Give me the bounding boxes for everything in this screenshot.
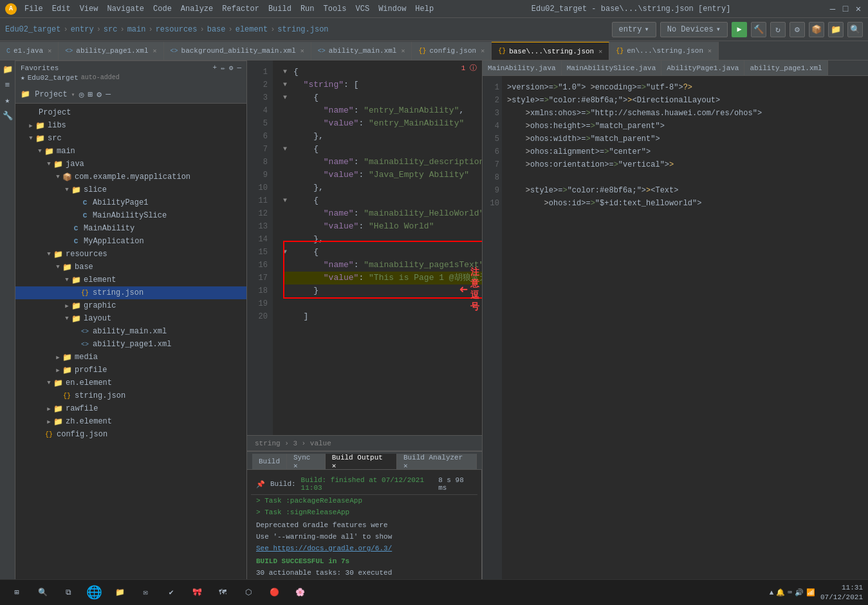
tray-icon4[interactable]: 🔊 [795,588,804,597]
taskview-button[interactable]: ⧉ [57,581,80,604]
project-icon[interactable]: 📁 [1,63,14,76]
tree-item-3[interactable]: ▼📁main [15,145,246,158]
close-button[interactable]: ✕ [854,5,863,14]
menu-item-file[interactable]: File [24,5,43,14]
code-line-18[interactable]: } [283,284,482,297]
breadcrumb-item-Edu02_target[interactable]: Edu02_target [5,25,60,34]
tree-arrow-15[interactable]: ▶ [63,302,71,310]
code-line-16[interactable]: "name": "mainability_page1sText", [283,259,482,272]
sync-icon-button[interactable]: ↻ [770,22,786,37]
minimize-button[interactable]: — [828,5,837,14]
favorites-add-icon[interactable]: + [213,64,217,72]
panel-settings-icon[interactable]: ⚙ [97,89,102,100]
tree-item-15[interactable]: ▶📁graphic [15,299,246,312]
editor-tab-3[interactable]: <>ability_main.xml✕ [311,42,412,60]
tasks-icon[interactable]: ✔ [160,581,183,604]
tray-icon3[interactable]: ⌨ [788,588,792,597]
tree-item-0[interactable]: Project [15,106,246,119]
menu-item-vcs[interactable]: VCS [356,5,370,14]
tree-arrow-11[interactable]: ▼ [45,251,53,257]
tab-close-5[interactable]: ✕ [598,48,602,55]
editor-tab-6[interactable]: {}en\...\string.json✕ [609,42,719,60]
tray-icon5[interactable]: 📶 [806,588,815,597]
tray-icon1[interactable]: ▲ [770,589,774,597]
menu-item-refactor[interactable]: Refactor [222,5,259,14]
bottom-tab-1[interactable]: Sync ✕ [287,454,326,469]
code-line-4[interactable]: "name": "entry_MainAbility", [283,104,482,117]
tab-close-6[interactable]: ✕ [708,47,712,55]
tree-arrow-21[interactable]: ▼ [45,380,53,386]
code-editor[interactable]: 1234567891011121314151617181920 ▼{▼ "str… [247,60,482,435]
tab-close-2[interactable]: ✕ [300,47,304,55]
menu-bar[interactable]: FileEditViewNavigateCodeAnalyzeRefactorB… [24,5,434,14]
tree-item-18[interactable]: <>ability_page1.xml [15,338,246,351]
tree-item-12[interactable]: ▼📁base [15,261,246,274]
build-icon-button[interactable]: 🔨 [751,22,766,37]
tree-arrow-19[interactable]: ▶ [54,354,62,361]
run-config-dropdown[interactable]: entry ▾ [612,22,656,37]
tree-item-1[interactable]: ▶📁libs [15,119,246,132]
fold-arrow-7[interactable]: ▼ [283,143,293,156]
menu-item-navigate[interactable]: Navigate [107,5,144,14]
code-content[interactable]: ▼{▼ "string": [▼ { "name": "entry_MainAb… [273,60,482,435]
code-line-13[interactable]: "value": "Hello World" [283,220,482,233]
tree-item-16[interactable]: ▼📁layout [15,312,246,325]
panel-toggle[interactable]: ▾ [71,91,75,98]
code-line-8[interactable]: "name": "mainability_description", [283,156,482,169]
code-line-14[interactable]: }, [283,233,482,246]
tree-item-4[interactable]: ▼📁java [15,158,246,171]
tree-item-8[interactable]: CMainAbilitySlice [15,209,246,222]
build-variants-icon[interactable]: 🔧 [1,109,14,122]
code-line-10[interactable]: }, [283,182,482,194]
code-line-3[interactable]: ▼ { [283,91,482,104]
tree-item-24[interactable]: ▶📁zh.element [15,415,246,428]
code-line-15[interactable]: ▼ { [283,246,482,259]
breadcrumb-item-entry[interactable]: entry [71,25,94,34]
menu-item-run[interactable]: Run [300,5,315,14]
tree-item-20[interactable]: ▶📁profile [15,364,246,377]
menu-item-tools[interactable]: Tools [324,5,347,14]
xml-tab-3[interactable]: ability_page1.xml [744,60,827,76]
editor-tab-4[interactable]: {}config.json✕ [412,42,492,60]
tree-arrow-6[interactable]: ▼ [63,187,71,193]
fold-arrow-3[interactable]: ▼ [283,91,293,104]
code-line-1[interactable]: ▼{ [283,66,482,79]
tree-arrow-23[interactable]: ▶ [45,405,53,413]
bottom-tab-0[interactable]: Build [252,454,287,469]
breadcrumb-item-src[interactable]: src [104,25,118,34]
code-line-11[interactable]: ▼ { [283,194,482,207]
panel-expand-icon[interactable]: ⊞ [88,89,93,100]
tree-item-22[interactable]: {}string.json [15,389,246,402]
editor-tab-0[interactable]: Ce1.java✕ [0,42,59,60]
bottom-tab-3[interactable]: Build Analyzer ✕ [397,454,477,469]
maximize-button[interactable]: □ [841,5,850,14]
tree-item-2[interactable]: ▼📁src [15,132,246,145]
tree-arrow-16[interactable]: ▼ [63,315,71,322]
favorites-edit-icon[interactable]: ✏ [221,64,225,72]
tree-item-21[interactable]: ▼📁en.element [15,377,246,389]
xml-tab-2[interactable]: AbilityPage1.java [661,60,744,76]
code-line-19[interactable] [283,297,482,310]
fold-arrow-15[interactable]: ▼ [283,246,293,259]
favorites-settings-icon[interactable]: ⚙ [229,64,234,72]
breadcrumb-item-base[interactable]: base [207,25,226,34]
menu-item-analyze[interactable]: Analyze [181,5,213,14]
tree-item-25[interactable]: {}config.json [15,428,246,441]
tree-item-10[interactable]: CMyApplication [15,235,246,248]
tree-item-7[interactable]: CAbilityPage1 [15,196,246,209]
fold-arrow-11[interactable]: ▼ [283,194,293,207]
tree-arrow-1[interactable]: ▶ [27,122,35,129]
tree-item-23[interactable]: ▶📁rawfile [15,402,246,415]
favorites-item[interactable]: ★ Edu02_target auto-added [21,72,241,83]
breadcrumb-item-main[interactable]: main [127,25,146,34]
tree-item-9[interactable]: CMainAbility [15,222,246,235]
appicon3[interactable]: 🌸 [288,581,311,604]
tree-arrow-5[interactable]: ▼ [54,174,62,180]
settings-icon-button[interactable]: ⚙ [790,22,805,37]
window-controls[interactable]: — □ ✕ [828,5,863,14]
code-line-12[interactable]: "name": "mainability_HelloWorld", [283,207,482,220]
breadcrumb-item-element[interactable]: element [235,25,268,34]
tab-close-1[interactable]: ✕ [153,47,157,55]
code-line-20[interactable]: ] [283,310,482,323]
tab-close-4[interactable]: ✕ [481,47,485,55]
